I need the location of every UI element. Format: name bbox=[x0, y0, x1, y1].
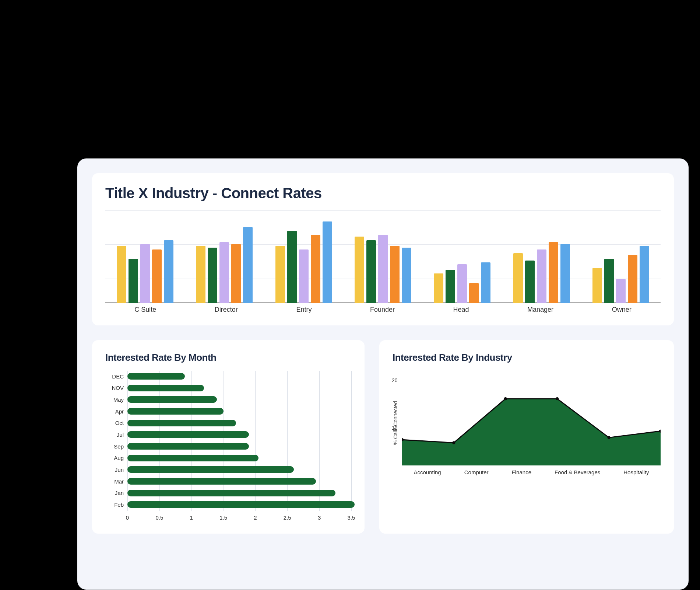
bar bbox=[537, 249, 546, 303]
hbar-bar bbox=[127, 490, 335, 496]
area-category-label: Finance bbox=[512, 469, 531, 475]
bar bbox=[640, 246, 649, 303]
bar bbox=[311, 235, 320, 303]
hbar-bar bbox=[127, 443, 249, 450]
x-tick-label: 1 bbox=[190, 514, 193, 521]
hbar-row: DEC bbox=[127, 373, 185, 380]
hbar-bar bbox=[127, 431, 249, 438]
bar bbox=[604, 259, 614, 303]
hbar-bar bbox=[127, 455, 258, 461]
bar bbox=[402, 248, 411, 303]
hbar-category-label: NOV bbox=[112, 385, 127, 391]
hbar-row: Jul bbox=[127, 431, 249, 438]
bar-category-label: C Suite bbox=[134, 306, 156, 314]
x-tick-label: 3 bbox=[318, 514, 321, 521]
hbar-category-label: Jul bbox=[117, 432, 127, 438]
bar bbox=[140, 244, 150, 303]
hbar-category-label: Mar bbox=[114, 478, 127, 485]
x-tick-label: 2 bbox=[254, 514, 257, 521]
area-category-label: Computer bbox=[464, 469, 489, 475]
hbar-row: Aug bbox=[127, 455, 258, 461]
svg-point-3 bbox=[556, 397, 559, 400]
bar bbox=[275, 246, 285, 303]
bar bbox=[287, 231, 297, 303]
hbar-row: NOV bbox=[127, 385, 204, 391]
area-chart-ylabel: % Calls Connected bbox=[393, 371, 398, 475]
y-tick-label: 20 bbox=[392, 377, 398, 383]
hbar-bar bbox=[127, 373, 185, 380]
hbar-category-label: Jun bbox=[115, 467, 127, 473]
hbar-category-label: Jan bbox=[115, 490, 127, 496]
hbar-category-label: DEC bbox=[112, 373, 127, 380]
bar bbox=[152, 249, 162, 303]
bar bbox=[299, 249, 309, 303]
horizontal-bar-chart: DECNOVMayAprOctJulSepAugJunMarJanFeb 00.… bbox=[105, 371, 351, 522]
hbar-category-label: Feb bbox=[114, 502, 127, 508]
chart-title-industry: Interested Rate By Industry bbox=[393, 352, 661, 363]
area-category-label: Accounting bbox=[414, 469, 441, 475]
bar bbox=[219, 242, 229, 303]
chart-title-top: Title X Industry - Connect Rates bbox=[105, 185, 661, 202]
hbar-bar bbox=[127, 478, 316, 485]
bar-group bbox=[513, 242, 570, 303]
hbar-bar bbox=[127, 501, 355, 508]
x-tick-label: 0 bbox=[126, 514, 129, 521]
hbar-row: May bbox=[127, 396, 217, 403]
bar bbox=[457, 264, 467, 303]
hbar-bar bbox=[127, 466, 294, 473]
hbar-row: Feb bbox=[127, 501, 355, 508]
bar bbox=[481, 262, 490, 303]
bar bbox=[366, 240, 376, 303]
bar-category-label: Director bbox=[215, 306, 238, 314]
bar-category-label: Founder bbox=[370, 306, 395, 314]
bar bbox=[378, 235, 388, 303]
hbar-category-label: May bbox=[113, 397, 127, 403]
area-category-label: Hospitality bbox=[623, 469, 649, 475]
hbar-bar bbox=[127, 396, 217, 403]
bar bbox=[208, 248, 217, 303]
bar-group bbox=[117, 240, 173, 303]
hbar-bar bbox=[127, 385, 204, 391]
card-interested-industry: Interested Rate By Industry % Calls Conn… bbox=[379, 340, 674, 534]
bar bbox=[323, 221, 332, 303]
x-tick-label: 3.5 bbox=[348, 514, 355, 521]
y-tick-label: 10 bbox=[392, 425, 398, 431]
bar bbox=[243, 227, 253, 303]
bar-category-label: Head bbox=[453, 306, 469, 314]
hbar-bar bbox=[127, 420, 236, 426]
hbar-category-label: Oct bbox=[115, 420, 127, 426]
hbar-row: Jan bbox=[127, 490, 335, 496]
bar bbox=[616, 279, 626, 303]
bar bbox=[196, 246, 205, 303]
hbar-row: Sep bbox=[127, 443, 249, 450]
hbar-row: Jun bbox=[127, 466, 294, 473]
bar-category-label: Entry bbox=[296, 306, 312, 314]
svg-point-1 bbox=[452, 441, 455, 444]
area-category-label: Food & Beverages bbox=[555, 469, 600, 475]
bar-group bbox=[355, 235, 411, 303]
bar-group bbox=[592, 246, 649, 303]
hbar-category-label: Sep bbox=[114, 443, 127, 450]
bar-group bbox=[275, 221, 332, 303]
bar bbox=[513, 253, 523, 303]
bar bbox=[164, 240, 173, 303]
x-tick-label: 0.5 bbox=[155, 514, 163, 521]
hbar-bar bbox=[127, 408, 224, 415]
hbar-category-label: Aug bbox=[114, 455, 127, 461]
hbar-row: Oct bbox=[127, 420, 236, 426]
card-title-industry: Title X Industry - Connect Rates C Suite… bbox=[92, 173, 674, 325]
chart-title-month: Interested Rate By Month bbox=[105, 352, 351, 363]
bar bbox=[469, 283, 479, 303]
hbar-row: Mar bbox=[127, 478, 316, 485]
card-interested-month: Interested Rate By Month DECNOVMayAprOct… bbox=[92, 340, 365, 534]
grouped-bar-chart: C SuiteDirectorEntryFounderHeadManagerOw… bbox=[105, 210, 661, 314]
bar bbox=[129, 259, 138, 303]
bar bbox=[592, 268, 602, 303]
bar bbox=[560, 244, 570, 303]
bar-category-label: Manager bbox=[527, 306, 553, 314]
bar bbox=[434, 273, 443, 303]
x-tick-label: 1.5 bbox=[219, 514, 227, 521]
bar bbox=[390, 246, 400, 303]
hbar-category-label: Apr bbox=[115, 408, 127, 415]
bar bbox=[549, 242, 558, 303]
